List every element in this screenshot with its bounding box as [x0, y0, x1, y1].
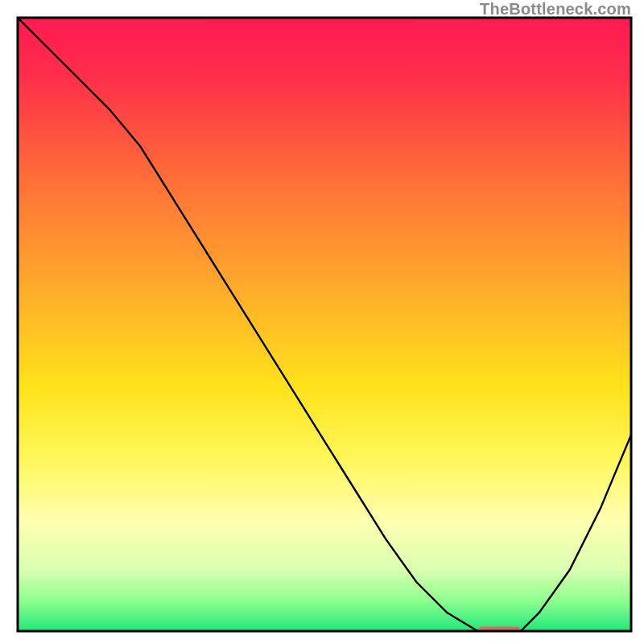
bottleneck-chart [0, 0, 644, 644]
watermark-text: TheBottleneck.com [480, 0, 631, 19]
chart-container: TheBottleneck.com [0, 0, 644, 644]
